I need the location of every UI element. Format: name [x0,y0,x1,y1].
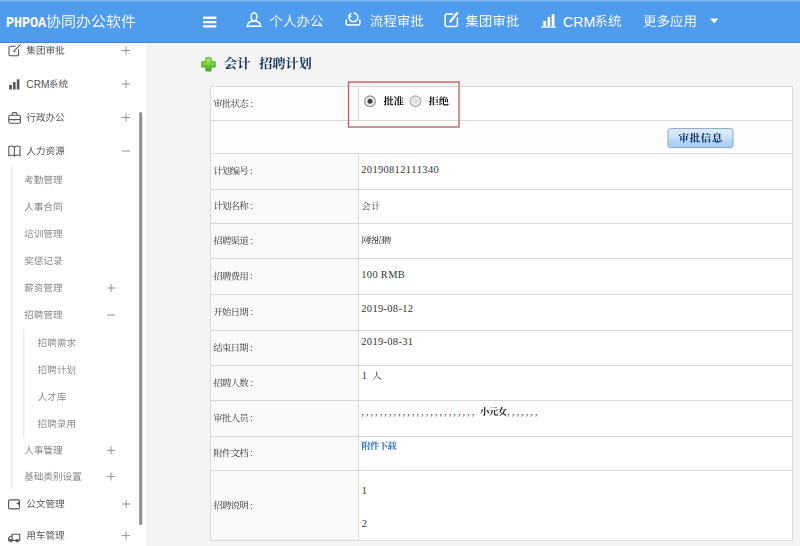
svg-text::: : [250,413,253,423]
svg-text:CRM: CRM [26,79,49,90]
svg-text::: : [250,343,253,353]
svg-text::: : [250,307,253,317]
svg-text:2019-08-12: 2019-08-12 [361,303,413,314]
svg-text:2019-08-31: 2019-08-31 [361,336,413,347]
svg-text:CRM: CRM [563,14,595,30]
svg-text:1: 1 [362,485,367,496]
svg-text:,,,,,,,,,,,,,,,,,,,,,,,,,: ,,,,,,,,,,,,,,,,,,,,,,,,, [361,406,476,417]
svg-text::: : [250,99,253,109]
svg-text::: : [250,201,253,211]
svg-text:PHPOA: PHPOA [6,15,47,32]
svg-text:100 RMB: 100 RMB [361,269,405,280]
svg-text:2: 2 [362,518,367,529]
svg-text:,,,,,,,: ,,,,,,, [507,406,539,417]
svg-text:1: 1 [362,370,367,381]
svg-text::: : [250,448,253,458]
svg-text::: : [250,166,253,176]
svg-text::: : [250,236,253,246]
svg-text::: : [250,271,253,281]
svg-text:20190812111340: 20190812111340 [361,164,439,175]
svg-text::: : [250,378,253,388]
svg-text::: : [250,501,253,511]
